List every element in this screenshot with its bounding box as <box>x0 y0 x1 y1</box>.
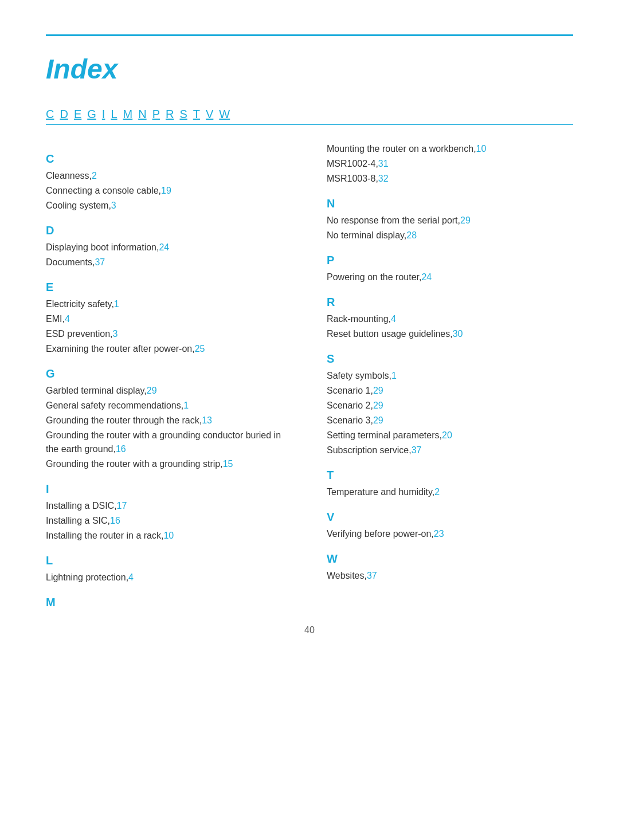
index-entry: MSR1003-8,32 <box>327 172 573 186</box>
index-entry: Examining the router after power-on,25 <box>46 342 292 356</box>
alpha-nav-letter-m[interactable]: M <box>123 108 133 121</box>
page-ref: 29 <box>147 386 157 395</box>
page-ref: 10 <box>163 531 174 540</box>
page-ref: 15 <box>223 459 233 469</box>
page-ref: 16 <box>116 444 126 454</box>
index-entry: No response from the serial port,29 <box>327 214 573 227</box>
index-entry: ESD prevention,3 <box>46 327 292 341</box>
page-ref: 28 <box>406 230 417 240</box>
section-letter-t: T <box>327 469 573 482</box>
page-ref: 30 <box>453 329 463 339</box>
page-ref: 10 <box>476 144 487 154</box>
page-ref: 1 <box>391 371 397 380</box>
alpha-nav-letter-s[interactable]: S <box>179 108 187 121</box>
alpha-navigation: C D E G I L M N P R S T V W <box>46 108 573 125</box>
section-letter-e: E <box>46 281 292 294</box>
index-entry: Safety symbols,1 <box>327 369 573 383</box>
alpha-nav-letter-d[interactable]: D <box>60 108 68 121</box>
alpha-nav-letter-r[interactable]: R <box>166 108 174 121</box>
index-entry: Verifying before power-on,23 <box>327 527 573 541</box>
page-ref: 3 <box>111 201 116 210</box>
section-letter-i: I <box>46 482 292 496</box>
index-entry: General safety recommendations,1 <box>46 399 292 413</box>
alpha-nav-letter-p[interactable]: P <box>152 108 160 121</box>
page-title: Index <box>46 53 573 85</box>
index-entry: Websites,37 <box>327 569 573 583</box>
index-entry: Subscription service,37 <box>327 443 573 457</box>
section-letter-g: G <box>46 367 292 380</box>
index-entry: Powering on the router,24 <box>327 270 573 284</box>
page-ref: 4 <box>391 314 396 324</box>
page-ref: 13 <box>202 415 212 425</box>
index-entry: Documents,37 <box>46 256 292 269</box>
alpha-nav-letter-g[interactable]: G <box>87 108 96 121</box>
page-ref: 4 <box>65 314 70 324</box>
index-entry: Garbled terminal display,29 <box>46 384 292 398</box>
index-entry: Connecting a console cable,19 <box>46 184 292 198</box>
index-entry: Scenario 3,29 <box>327 414 573 427</box>
index-entry: Grounding the router with a grounding co… <box>46 429 292 456</box>
page-ref: 37 <box>95 257 105 267</box>
page-ref: 24 <box>159 242 169 252</box>
section-letter-m: M <box>46 596 292 609</box>
page-ref: 16 <box>110 516 120 525</box>
section-letter-p: P <box>327 254 573 267</box>
alpha-nav-letter-i[interactable]: I <box>102 108 105 121</box>
page-ref: 32 <box>378 174 389 183</box>
alpha-nav-letter-l[interactable]: L <box>111 108 117 121</box>
index-entry: Lightning protection,4 <box>46 571 292 584</box>
page-ref: 19 <box>161 186 171 195</box>
page-ref: 25 <box>195 344 205 354</box>
alpha-nav-letter-v[interactable]: V <box>206 108 213 121</box>
page-ref: 37 <box>367 571 377 580</box>
index-entry: Cleanness,2 <box>46 169 292 183</box>
page-ref: 2 <box>92 171 97 180</box>
section-letter-n: N <box>327 197 573 210</box>
alpha-nav-letter-c[interactable]: C <box>46 108 54 121</box>
section-letter-s: S <box>327 352 573 366</box>
index-entry: EMI,4 <box>46 312 292 326</box>
index-entry: Grounding the router through the rack,13 <box>46 414 292 427</box>
page-ref: 29 <box>373 401 383 410</box>
section-letter-w: W <box>327 552 573 566</box>
page-ref: 37 <box>412 445 422 455</box>
index-entry: Temperature and humidity,2 <box>327 485 573 499</box>
page-ref: 29 <box>373 415 383 425</box>
index-entry: Scenario 2,29 <box>327 399 573 413</box>
index-entry: Installing a DSIC,17 <box>46 499 292 513</box>
index-entry: MSR1002-4,31 <box>327 157 573 171</box>
index-content: CCleanness,2Connecting a console cable,1… <box>46 142 573 613</box>
right-column: Mounting the router on a workbench,10MSR… <box>327 142 573 613</box>
index-entry: Displaying boot information,24 <box>46 241 292 254</box>
index-entry: Installing a SIC,16 <box>46 514 292 528</box>
index-entry: Electricity safety,1 <box>46 297 292 311</box>
alpha-nav-letter-e[interactable]: E <box>74 108 81 121</box>
section-letter-v: V <box>327 511 573 524</box>
page-ref: 1 <box>183 401 189 410</box>
page-footer: 40 <box>0 625 619 635</box>
index-entry: No terminal display,28 <box>327 229 573 242</box>
section-letter-c: C <box>46 152 292 166</box>
index-entry: Installing the router in a rack,10 <box>46 529 292 543</box>
index-entry: Setting terminal parameters,20 <box>327 429 573 442</box>
page-ref: 20 <box>442 430 452 440</box>
index-entry: Mounting the router on a workbench,10 <box>327 142 573 156</box>
page-ref: 4 <box>128 572 134 582</box>
alpha-nav-letter-n[interactable]: N <box>138 108 146 121</box>
index-entry: Grounding the router with a grounding st… <box>46 457 292 471</box>
page-ref: 2 <box>434 487 440 497</box>
page-ref: 31 <box>378 159 389 168</box>
page-ref: 29 <box>373 386 383 395</box>
index-entry: Reset button usage guidelines,30 <box>327 327 573 341</box>
alpha-nav-letter-t[interactable]: T <box>193 108 200 121</box>
section-letter-r: R <box>327 296 573 309</box>
page-container: Index C D E G I L M N P R S T V W CClean… <box>0 0 619 658</box>
page-ref: 29 <box>460 215 471 225</box>
page-number: 40 <box>304 625 315 635</box>
index-entry: Cooling system,3 <box>46 199 292 213</box>
page-ref: 3 <box>113 329 118 339</box>
alpha-nav-letter-w[interactable]: W <box>219 108 230 121</box>
index-entry: Scenario 1,29 <box>327 384 573 398</box>
page-ref: 23 <box>434 529 444 539</box>
top-rule <box>46 34 573 36</box>
